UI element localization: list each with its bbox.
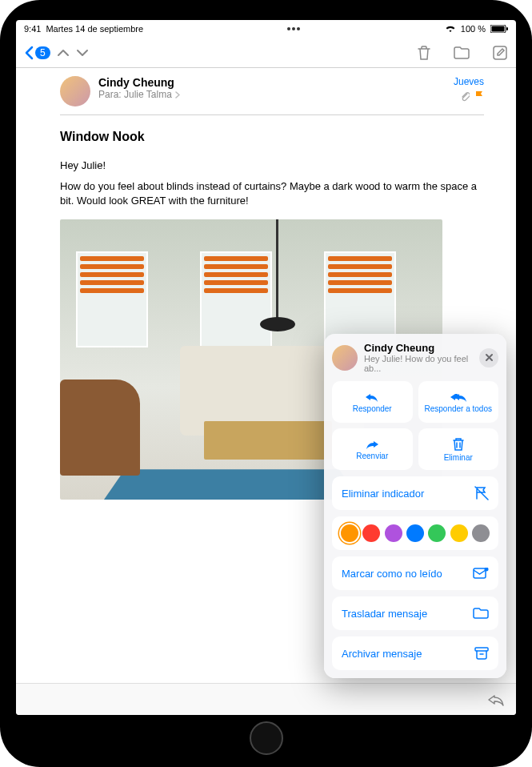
svg-rect-3 [494,46,506,59]
reply-button[interactable]: Responder [332,381,413,423]
message-text: How do you feel about blinds instead of … [60,179,484,208]
flag-color-option[interactable] [472,524,490,542]
svg-rect-2 [506,27,508,30]
ipad-frame: 9:41 Martes 14 de septiembre 100 % 5 [0,0,532,767]
flag-color-option[interactable] [428,524,446,542]
status-date: Martes 14 de septiembre [46,24,143,34]
envelope-dot-icon [473,568,489,579]
sheet-sender: Cindy Cheung [364,342,473,354]
reply-all-button[interactable]: Responder a todos [418,381,499,423]
flag-off-icon [474,486,489,500]
reply-label: Responder [353,404,392,413]
delete-button[interactable]: Eliminar [418,428,499,470]
paperclip-icon [460,90,470,102]
chevron-left-icon [24,46,34,60]
status-right: 100 % [445,24,508,34]
message-subject: Window Nook [60,130,484,144]
flag-icon [474,90,484,102]
forward-button[interactable]: Reenviar [332,428,413,470]
flag-color-option[interactable] [341,524,358,542]
message-header: Cindy Cheung Para: Julie Talma Jueves [16,68,516,114]
message-date[interactable]: Jueves [454,76,484,87]
reply-all-label: Responder a todos [424,404,492,413]
forward-label: Reenviar [356,452,388,460]
flag-color-option[interactable] [406,524,424,542]
folder-icon[interactable] [454,46,470,59]
message-greeting: Hey Julie! [60,159,484,173]
archive-message-row[interactable]: Archivar mensaje [332,636,498,670]
reply-all-icon [449,392,468,403]
sheet-header: Cindy Cheung Hey Julie! How do you feel … [332,342,498,373]
bottom-toolbar [16,683,516,715]
mark-unread-row[interactable]: Marcar como no leído [332,556,498,590]
remove-flag-label: Eliminar indicador [342,488,424,500]
archive-icon [474,647,489,660]
action-sheet: Cindy Cheung Hey Julie! How do you feel … [324,334,506,678]
sender-avatar[interactable] [60,76,90,106]
screen: 9:41 Martes 14 de septiembre 100 % 5 [16,20,516,715]
sheet-preview: Hey Julie! How do you feel ab... [364,354,473,373]
reply-icon [364,392,380,403]
back-button[interactable]: 5 [24,46,50,60]
reply-icon[interactable] [487,693,505,707]
home-button[interactable] [250,721,283,755]
to-label: Para: [98,89,122,100]
status-left: 9:41 Martes 14 de septiembre [24,24,143,34]
remove-flag-row[interactable]: Eliminar indicador [332,476,498,510]
wifi-icon [445,25,456,33]
multitask-indicator[interactable] [287,27,300,30]
compose-icon[interactable] [492,45,508,61]
mail-toolbar: 5 [16,38,516,68]
move-message-row[interactable]: Trasladar mensaje [332,596,498,630]
flag-color-option[interactable] [362,524,380,542]
trash-icon[interactable] [417,45,431,61]
flag-color-option[interactable] [385,524,402,542]
delete-label: Eliminar [444,453,473,462]
sender-name[interactable]: Cindy Cheung [98,76,446,89]
mark-unread-label: Marcar como no leído [342,568,442,580]
battery-icon [490,25,508,33]
archive-message-label: Archivar mensaje [342,648,422,660]
chevron-right-icon [174,91,180,98]
folder-icon [473,608,489,619]
recipient-name[interactable]: Julie Talma [124,89,172,100]
status-bar: 9:41 Martes 14 de septiembre 100 % [16,20,516,38]
sheet-avatar [332,345,358,371]
forward-icon [364,439,380,450]
chevron-down-icon[interactable] [76,47,89,58]
close-icon [485,353,494,362]
move-message-label: Trasladar mensaje [342,608,427,620]
svg-rect-1 [491,26,504,32]
flag-color-option[interactable] [450,524,468,542]
flag-colors-row [332,516,498,550]
unread-badge: 5 [35,46,50,59]
battery-text: 100 % [461,24,486,34]
status-time: 9:41 [24,24,41,34]
close-button[interactable] [479,348,498,367]
svg-rect-4 [474,568,486,578]
chevron-up-icon[interactable] [57,47,70,58]
trash-icon [452,437,465,452]
